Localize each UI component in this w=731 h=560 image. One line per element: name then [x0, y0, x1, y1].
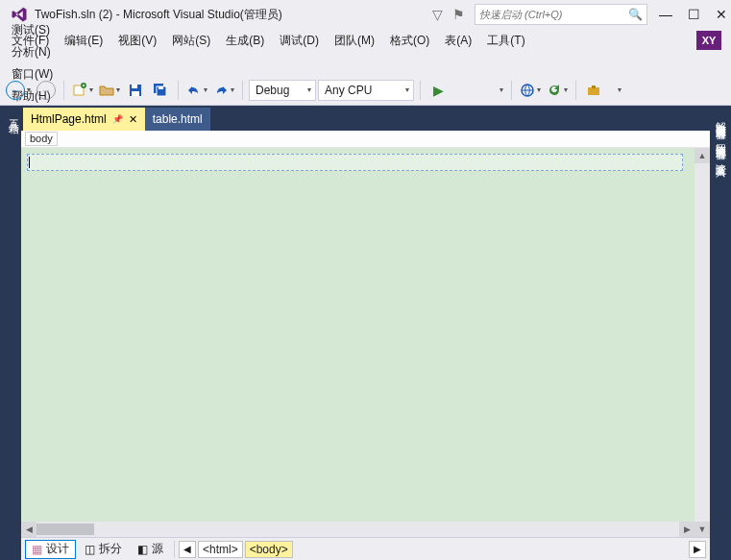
- document-tab[interactable]: HtmlPage.html📌✕: [23, 108, 145, 131]
- menu-item[interactable]: 表(A): [437, 30, 479, 52]
- save-button[interactable]: [124, 79, 147, 102]
- hscroll-thumb[interactable]: [37, 523, 94, 535]
- platform-combo[interactable]: Any CPU▾: [318, 80, 414, 101]
- maximize-button[interactable]: ☐: [688, 8, 700, 21]
- view-design-button[interactable]: ▦设计: [25, 540, 76, 559]
- svg-rect-4: [132, 91, 139, 96]
- tag-html-button[interactable]: <html>: [198, 541, 243, 558]
- vertical-scrollbar[interactable]: ▲ ▼: [694, 148, 710, 537]
- tag-nav-next[interactable]: ▶: [689, 541, 706, 558]
- toolbar-overflow[interactable]: ▾: [607, 79, 630, 102]
- design-surface[interactable]: [21, 148, 694, 522]
- config-combo[interactable]: Debug▾: [249, 80, 316, 101]
- platform-value: Any CPU: [325, 84, 372, 97]
- open-file-button[interactable]: ▾: [97, 79, 122, 102]
- menu-item[interactable]: 视图(V): [110, 30, 164, 52]
- scroll-left-icon[interactable]: ◀: [21, 522, 37, 537]
- tag-nav-prev[interactable]: ◀: [179, 541, 196, 558]
- svg-rect-7: [158, 86, 163, 89]
- browser-target-button[interactable]: ▾: [451, 79, 505, 102]
- horizontal-scrollbar[interactable]: ◀ ▶: [21, 522, 694, 537]
- text-caret: [29, 157, 30, 168]
- menu-item[interactable]: 调试(D): [272, 30, 327, 52]
- menu-item[interactable]: 编辑(E): [57, 30, 110, 52]
- view-split-button[interactable]: ◫拆分: [78, 540, 129, 559]
- editor-area: HtmlPage.html📌✕table.html body ◀ ▶ ▲ ▼: [21, 106, 710, 560]
- close-button[interactable]: ✕: [716, 8, 727, 21]
- nav-back-button[interactable]: ←▾: [4, 79, 33, 102]
- nav-forward-button[interactable]: →: [35, 79, 58, 102]
- user-badge[interactable]: XY: [696, 31, 721, 50]
- menu-bar-row2: 测试(S)分析(N)窗口(W)帮助(H): [0, 52, 731, 75]
- body-element-outline[interactable]: [27, 154, 683, 171]
- left-rail-toolbox[interactable]: 工具箱: [0, 106, 21, 560]
- tag-body-button[interactable]: <body>: [245, 541, 293, 558]
- feedback-icon[interactable]: ⚑: [452, 7, 465, 22]
- menu-item[interactable]: 分析(N): [4, 41, 61, 63]
- quick-launch-input[interactable]: [479, 9, 624, 20]
- pin-icon[interactable]: 📌: [112, 114, 123, 124]
- document-tab-label: table.html: [153, 112, 203, 126]
- search-icon[interactable]: 🔍: [624, 8, 643, 21]
- redo-button[interactable]: ▾: [211, 79, 236, 102]
- config-value: Debug: [256, 84, 289, 97]
- document-tab[interactable]: table.html: [145, 108, 210, 131]
- svg-rect-10: [592, 85, 596, 88]
- svg-rect-9: [588, 87, 599, 95]
- breadcrumb-body[interactable]: body: [25, 132, 58, 146]
- scroll-down-icon[interactable]: ▼: [694, 522, 710, 537]
- menu-item[interactable]: 测试(S): [4, 19, 61, 41]
- browser-link-button[interactable]: ▾: [518, 79, 543, 102]
- menu-item[interactable]: 团队(M): [327, 30, 382, 52]
- document-tab-label: HtmlPage.html: [31, 112, 107, 126]
- save-all-button[interactable]: [149, 79, 172, 102]
- window-title: TwoFish.sln (2) - Microsoft Visual Studi…: [35, 7, 282, 23]
- menu-item[interactable]: 网站(S): [164, 30, 218, 52]
- menu-item[interactable]: 工具(T): [479, 30, 532, 52]
- refresh-button[interactable]: ▾: [545, 79, 570, 102]
- menu-item[interactable]: 生成(B): [218, 30, 272, 52]
- start-debug-button[interactable]: ▶: [426, 79, 450, 102]
- menu-item[interactable]: 格式(O): [382, 30, 437, 52]
- right-rail: 解决方案资源管理器团队资源管理器诊断工具: [710, 106, 731, 560]
- notifications-icon[interactable]: ▽: [432, 7, 443, 22]
- right-rail-tab[interactable]: 解决方案资源管理器: [714, 110, 728, 126]
- undo-button[interactable]: ▾: [184, 79, 209, 102]
- view-mode-bar: ▦设计 ◫拆分 ◧源 ◀ <html> <body> ▶: [21, 537, 710, 560]
- minimize-button[interactable]: —: [659, 8, 672, 21]
- menu-bar: 文件(F)编辑(E)视图(V)网站(S)生成(B)调试(D)团队(M)格式(O)…: [0, 29, 731, 52]
- breadcrumb: body: [21, 131, 710, 148]
- svg-rect-3: [132, 85, 137, 88]
- right-rail-tab[interactable]: 诊断工具: [714, 152, 728, 163]
- view-split-label: 拆分: [99, 541, 122, 557]
- close-icon[interactable]: ✕: [129, 113, 137, 126]
- workspace: 工具箱 HtmlPage.html📌✕table.html body ◀ ▶ ▲: [0, 106, 731, 560]
- new-project-button[interactable]: ▾: [70, 79, 95, 102]
- scroll-right-icon[interactable]: ▶: [679, 522, 694, 537]
- toolbox-button[interactable]: [582, 79, 605, 102]
- document-tabs: HtmlPage.html📌✕table.html: [21, 106, 710, 131]
- quick-launch[interactable]: 🔍: [475, 4, 647, 25]
- view-source-label: 源: [152, 541, 163, 557]
- view-source-button[interactable]: ◧源: [131, 540, 170, 559]
- right-rail-tab[interactable]: 团队资源管理器: [714, 132, 728, 146]
- scroll-up-icon[interactable]: ▲: [694, 148, 710, 163]
- main-toolbar: ←▾ → ▾ ▾ ▾ ▾ Debug▾ Any CPU▾ ▶ ▾ ▾ ▾ ▾: [0, 75, 731, 106]
- view-design-label: 设计: [46, 541, 69, 557]
- title-bar: TwoFish.sln (2) - Microsoft Visual Studi…: [0, 0, 731, 29]
